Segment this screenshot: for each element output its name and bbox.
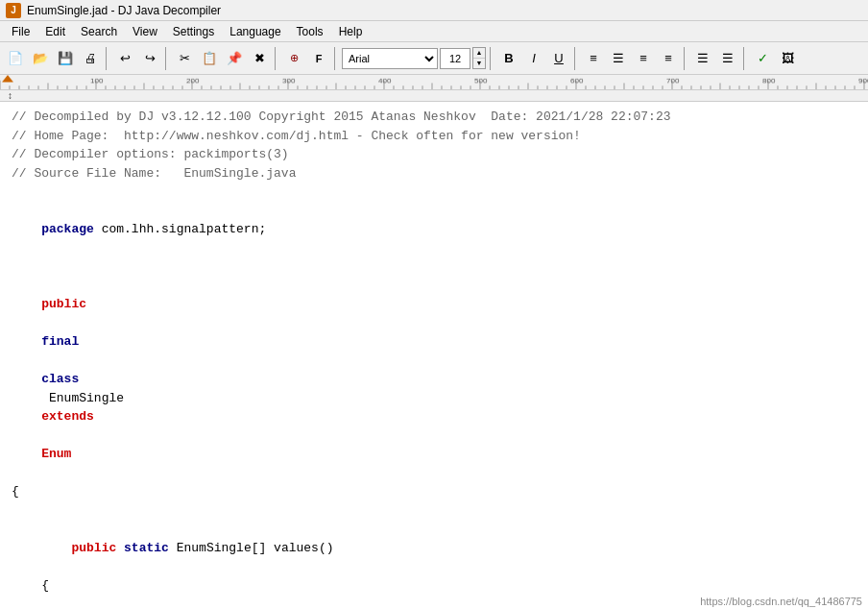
separator-5 bbox=[490, 47, 494, 70]
package-name: com.lhh.signalpattern; bbox=[94, 222, 266, 236]
font-size-spinner[interactable]: ▲ ▼ bbox=[472, 47, 486, 69]
margin-indicator: ↕ bbox=[0, 90, 868, 102]
separator-1 bbox=[106, 47, 109, 70]
status-bar: https://blog.csdn.net/qq_41486775 bbox=[694, 594, 868, 609]
image-button[interactable]: 🖼 bbox=[776, 47, 799, 70]
space2 bbox=[41, 353, 49, 368]
cut-button[interactable]: ✂ bbox=[173, 47, 196, 70]
space4 bbox=[41, 428, 49, 443]
menu-tools[interactable]: Tools bbox=[289, 23, 331, 40]
margin-arrow: ↕ bbox=[8, 90, 12, 101]
menu-help[interactable]: Help bbox=[331, 23, 371, 40]
bold-button[interactable]: B bbox=[497, 47, 520, 70]
enum-class: Enum bbox=[41, 447, 71, 461]
package-keyword: package bbox=[41, 222, 94, 236]
find-button[interactable]: ⊕ bbox=[282, 47, 305, 70]
italic-button[interactable]: I bbox=[522, 47, 545, 70]
redo-button[interactable]: ↪ bbox=[138, 47, 161, 70]
justify-button[interactable]: ≡ bbox=[657, 47, 680, 70]
class-keyword: class bbox=[41, 372, 79, 386]
separator-2 bbox=[165, 47, 169, 70]
list-button[interactable]: ☰ bbox=[691, 47, 714, 70]
menu-bar: File Edit Search View Settings Language … bbox=[0, 21, 868, 42]
menu-view[interactable]: View bbox=[125, 23, 165, 40]
app-icon: J bbox=[6, 3, 21, 18]
align-center-button[interactable]: ☰ bbox=[607, 47, 630, 70]
check-button[interactable]: ✓ bbox=[751, 47, 774, 70]
new-button[interactable]: 📄 bbox=[4, 47, 27, 70]
extends-keyword: extends bbox=[41, 409, 94, 424]
save-button[interactable]: 💾 bbox=[54, 47, 77, 70]
copy-button[interactable]: 📋 bbox=[198, 47, 221, 70]
public-keyword: public bbox=[41, 297, 86, 311]
indent1 bbox=[41, 541, 71, 555]
menu-edit[interactable]: Edit bbox=[37, 23, 73, 40]
font-size-down[interactable]: ▼ bbox=[473, 59, 485, 68]
code-area[interactable]: // Decompiled by DJ v3.12.12.100 Copyrig… bbox=[0, 102, 868, 609]
public-kw-1: public bbox=[71, 541, 116, 555]
separator-8 bbox=[743, 47, 747, 70]
status-text: https://blog.csdn.net/qq_41486775 bbox=[700, 596, 862, 607]
align-right-button[interactable]: ≡ bbox=[632, 47, 655, 70]
menu-language[interactable]: Language bbox=[222, 23, 288, 40]
underline-button[interactable]: U bbox=[547, 47, 570, 70]
f-button[interactable]: F bbox=[307, 47, 330, 70]
ruler bbox=[0, 75, 868, 90]
toolbar: 📄 📂 💾 🖨 ↩ ↪ ✂ 📋 📌 ✖ ⊕ F Arial Courier Ne… bbox=[0, 42, 868, 75]
menu-search[interactable]: Search bbox=[73, 23, 125, 40]
title-text: EnumSingle.jad - DJ Java Decompiler bbox=[27, 4, 221, 17]
open-brace-1: { bbox=[12, 482, 856, 501]
values-decl: public static EnumSingle[] values() bbox=[12, 520, 856, 576]
comment-line-3: // Decompiler options: packimports(3) bbox=[12, 145, 856, 164]
package-line: package com.lhh.signalpattern; bbox=[12, 202, 856, 258]
space1 bbox=[41, 316, 49, 330]
font-select[interactable]: Arial Courier New Times New Roman bbox=[342, 48, 438, 69]
undo-button[interactable]: ↩ bbox=[113, 47, 136, 70]
separator-4 bbox=[334, 47, 338, 70]
blank-line-2 bbox=[12, 257, 856, 277]
values-open: { bbox=[12, 576, 856, 596]
delete-button[interactable]: ✖ bbox=[248, 47, 271, 70]
print-button[interactable]: 🖨 bbox=[79, 47, 102, 70]
static-kw-1: static bbox=[124, 541, 169, 555]
comment-line-1: // Decompiled by DJ v3.12.12.100 Copyrig… bbox=[12, 108, 856, 127]
open-button[interactable]: 📂 bbox=[29, 47, 52, 70]
separator-6 bbox=[574, 47, 578, 70]
separator-7 bbox=[684, 47, 687, 70]
list2-button[interactable]: ☰ bbox=[716, 47, 739, 70]
ruler-canvas bbox=[0, 75, 868, 89]
comment-line-4: // Source File Name: EnumSingle.java bbox=[12, 164, 856, 183]
paste-button[interactable]: 📌 bbox=[223, 47, 246, 70]
align-left-button[interactable]: ≡ bbox=[582, 47, 605, 70]
class-decl-line: public final class EnumSingle extends En… bbox=[12, 277, 856, 483]
menu-file[interactable]: File bbox=[4, 23, 37, 40]
font-size-input[interactable] bbox=[440, 48, 470, 69]
space3: EnumSingle bbox=[41, 391, 132, 405]
final-keyword: final bbox=[41, 334, 79, 349]
title-bar: J EnumSingle.jad - DJ Java Decompiler bbox=[0, 0, 868, 21]
separator-3 bbox=[275, 47, 278, 70]
comment-line-2: // Home Page: http://www.neshkov.com/dj.… bbox=[12, 127, 856, 146]
menu-settings[interactable]: Settings bbox=[165, 23, 222, 40]
font-size-up[interactable]: ▲ bbox=[473, 48, 485, 59]
blank-line-1 bbox=[12, 183, 856, 202]
blank-line-3 bbox=[12, 501, 856, 521]
